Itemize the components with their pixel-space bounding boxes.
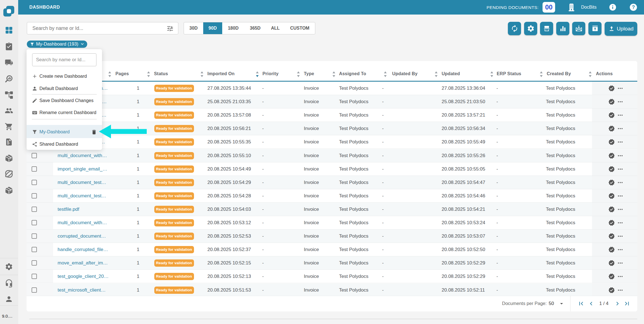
svg-text:$: $ [7, 140, 9, 143]
svg-text:?: ? [632, 4, 635, 10]
